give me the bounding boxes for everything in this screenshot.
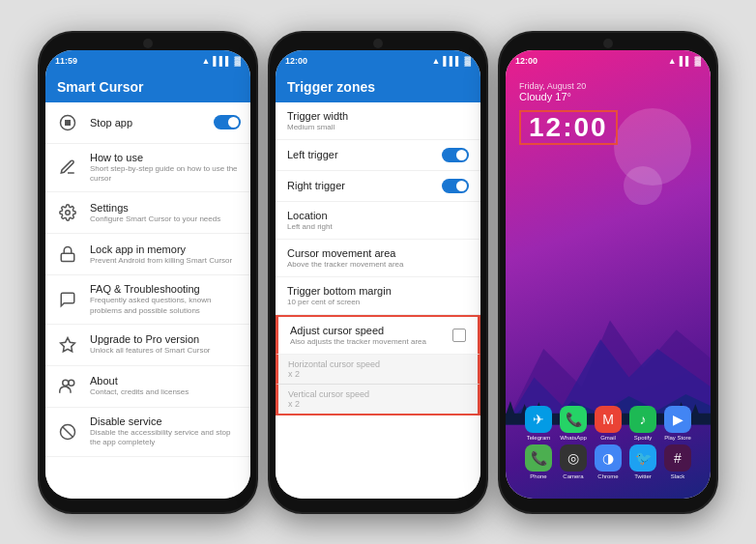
- menu-text-6: About Contact, credits and licenses: [90, 375, 241, 397]
- app-icon2-chrome[interactable]: ◑ Chrome: [595, 444, 622, 479]
- trigger-text-3: Location Left and right: [287, 210, 333, 231]
- status-icons-2: ▲ ▌▌▌ ▓: [431, 56, 471, 66]
- menu-icon-0: [55, 110, 80, 135]
- phone-3-screen: 12:00 ▲ ▌▌ ▓ Friday, August 20 Cloudy 17…: [506, 50, 711, 499]
- battery-icon: ▓: [234, 56, 241, 66]
- menu-text-1: How to use Short step-by-step guide on h…: [90, 152, 241, 185]
- signal-icon-3: ▌▌: [680, 56, 692, 66]
- bg-circle-2: [624, 166, 662, 205]
- svg-line-8: [63, 427, 73, 438]
- date-area: Friday, August 20 Cloudy 17°: [506, 72, 711, 106]
- trigger-desc-0: Medium small: [287, 123, 348, 131]
- menu-item-5[interactable]: Upgrade to Pro version Unlock all featur…: [45, 325, 250, 366]
- menu-text-5: Upgrade to Pro version Unlock all featur…: [90, 333, 241, 356]
- grayed-value-1: x 2: [288, 399, 468, 409]
- menu-desc-1: Short step-by-step guide on how to use t…: [90, 164, 241, 185]
- app-circle2-4: #: [664, 444, 691, 472]
- svg-rect-1: [66, 120, 71, 125]
- toggle-2[interactable]: [442, 179, 469, 193]
- wifi-icon-2: ▲: [431, 56, 440, 66]
- app-label2-2: Chrome: [597, 473, 618, 479]
- phone-1-header: Smart Cursor: [45, 72, 250, 102]
- trigger-title-4: Cursor movement area: [287, 247, 404, 259]
- menu-title-3: Lock app in memory: [90, 243, 241, 255]
- trigger-text-1: Left trigger: [287, 149, 338, 160]
- status-icons-1: ▲ ▌▌▌ ▓: [201, 56, 241, 66]
- trigger-item-3: Location Left and right: [276, 202, 480, 240]
- app-circle-2: M: [595, 406, 622, 433]
- phone-1-title: Smart Cursor: [57, 79, 143, 95]
- trigger-item-1[interactable]: Left trigger: [276, 140, 480, 171]
- menu-list[interactable]: Stop app How to use Short step-by-step g…: [45, 102, 250, 499]
- phone-2-header: Trigger zones: [276, 72, 480, 102]
- menu-item-7[interactable]: Disable service Disable the accessibilit…: [45, 408, 250, 457]
- phone-2-screen: 12:00 ▲ ▌▌▌ ▓ Trigger zones Trigger widt…: [276, 50, 480, 499]
- app-circle-1: 📞: [560, 406, 587, 433]
- trigger-item-2[interactable]: Right trigger: [276, 171, 480, 202]
- menu-item-1[interactable]: How to use Short step-by-step guide on h…: [45, 144, 250, 193]
- menu-icon-4: [55, 287, 80, 312]
- menu-icon-2: [55, 200, 80, 225]
- menu-item-0[interactable]: Stop app: [45, 102, 250, 144]
- menu-desc-5: Unlock all features of Smart Cursor: [90, 346, 241, 356]
- toggle-1[interactable]: [442, 148, 469, 162]
- toggle-0[interactable]: [214, 115, 241, 129]
- wifi-icon-3: ▲: [668, 56, 677, 66]
- app-icon2-phone[interactable]: 📞 Phone: [525, 444, 552, 479]
- menu-item-2[interactable]: Settings Configure Smart Cursor to your …: [45, 192, 250, 234]
- status-time-3: 12:00: [515, 56, 538, 66]
- app-circle2-3: 🐦: [629, 444, 656, 472]
- trigger-text-5: Trigger bottom margin 10 per cent of scr…: [287, 285, 392, 306]
- status-bar-2: 12:00 ▲ ▌▌▌ ▓: [276, 50, 480, 72]
- menu-item-6[interactable]: About Contact, credits and licenses: [45, 366, 250, 408]
- phone-2: 12:00 ▲ ▌▌▌ ▓ Trigger zones Trigger widt…: [268, 31, 488, 514]
- weather: Cloudy 17°: [519, 91, 697, 102]
- battery-icon-3: ▓: [694, 56, 701, 66]
- trigger-title-2: Right trigger: [287, 180, 345, 191]
- app-icon-spotify[interactable]: ♪ Spotify: [629, 406, 656, 441]
- app-icon2-twitter[interactable]: 🐦 Twitter: [629, 444, 656, 479]
- menu-item-3[interactable]: Lock app in memory Prevent Android from …: [45, 234, 250, 275]
- app-icon-whatsapp[interactable]: 📞 WhatsApp: [560, 406, 587, 441]
- trigger-text-2: Right trigger: [287, 180, 345, 191]
- wifi-icon: ▲: [201, 56, 210, 66]
- status-bar-3: 12:00 ▲ ▌▌ ▓: [506, 50, 711, 72]
- trigger-text-4: Cursor movement area Above the tracker m…: [287, 247, 404, 269]
- app-icon-gmail[interactable]: M Gmail: [595, 406, 622, 441]
- trigger-item-0: Trigger width Medium small: [276, 102, 480, 140]
- menu-title-0: Stop app: [90, 117, 204, 129]
- menu-item-4[interactable]: FAQ & Troubleshooting Frequently asked q…: [45, 275, 250, 325]
- grayed-label-1: Vertical cursor speed: [288, 389, 468, 399]
- app-icon-play store[interactable]: ▶ Play Store: [664, 406, 691, 441]
- clock-display: 12:00: [529, 114, 608, 141]
- menu-title-2: Settings: [90, 202, 241, 214]
- trigger-list[interactable]: Trigger width Medium small Left trigger …: [276, 102, 480, 499]
- app-circle-4: ▶: [664, 406, 691, 433]
- app-label-0: Telegram: [527, 435, 551, 441]
- app-label2-0: Phone: [530, 473, 546, 479]
- app-icon-telegram[interactable]: ✈ Telegram: [525, 406, 552, 441]
- app-icon2-slack[interactable]: # Slack: [664, 444, 691, 479]
- grayed-input-0: Horizontal cursor speed x 2: [276, 355, 480, 385]
- menu-title-5: Upgrade to Pro version: [90, 333, 241, 345]
- menu-title-6: About: [90, 375, 241, 387]
- home-screen: 12:00 ▲ ▌▌ ▓ Friday, August 20 Cloudy 17…: [506, 50, 711, 499]
- app-circle2-2: ◑: [595, 444, 622, 472]
- checkbox-6[interactable]: [452, 329, 466, 342]
- status-time-2: 12:00: [285, 56, 307, 66]
- signal-icon-2: ▌▌▌: [443, 56, 461, 66]
- date-day: Friday, August 20: [519, 81, 697, 91]
- trigger-text-6: Adjust cursor speed Also adjusts the tra…: [290, 325, 426, 346]
- trigger-item-6[interactable]: Adjust cursor speed Also adjusts the tra…: [276, 315, 480, 355]
- battery-icon-2: ▓: [464, 56, 471, 66]
- menu-desc-3: Prevent Android from killing Smart Curso…: [90, 256, 241, 266]
- trigger-title-1: Left trigger: [287, 149, 338, 160]
- app-icon2-camera[interactable]: ◎ Camera: [560, 444, 587, 479]
- dock-row-1: ✈ Telegram 📞 WhatsApp M Gmail ♪ Spotify …: [506, 406, 711, 441]
- menu-icon-1: [55, 155, 80, 180]
- camera-notch-1: [143, 39, 153, 48]
- app-label-4: Play Store: [664, 435, 691, 441]
- phones-container: 11:59 ▲ ▌▌▌ ▓ Smart Cursor Stop app How …: [28, 21, 728, 524]
- svg-point-6: [69, 380, 74, 386]
- svg-marker-4: [61, 338, 75, 352]
